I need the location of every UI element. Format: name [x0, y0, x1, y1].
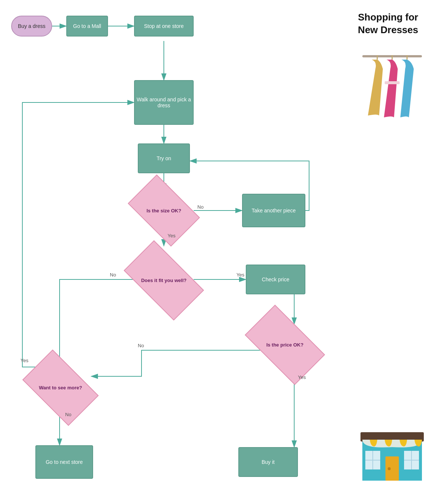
want-more-node: Want to see more?: [22, 349, 99, 426]
size-ok-node: Is the size OK?: [128, 174, 200, 247]
flowchart: Buy a dress Go to a Mall Stop at one sto…: [0, 0, 448, 503]
try-on-node: Try on: [138, 143, 190, 173]
page-title: Shopping for New Dresses: [358, 11, 418, 37]
label-more-yes: Yes: [20, 358, 28, 363]
store-illustration: [359, 414, 426, 481]
svg-rect-25: [385, 456, 399, 481]
label-size-yes: Yes: [168, 233, 175, 238]
label-price-yes: Yes: [298, 374, 306, 380]
svg-point-26: [388, 467, 391, 470]
go-next-store-node: Go to next store: [35, 445, 93, 479]
go-mall-node: Go to a Mall: [66, 16, 108, 37]
label-more-no: No: [65, 412, 72, 417]
walk-around-node: Walk around and pick a dress: [134, 80, 194, 125]
label-fit-no: No: [110, 272, 116, 278]
does-fit-node: Does it fit you well?: [124, 240, 204, 321]
stop-store-node: Stop at one store: [134, 16, 194, 37]
buy-it-node: Buy it: [238, 447, 298, 477]
buy-dress-node: Buy a dress: [11, 16, 52, 37]
svg-rect-16: [385, 81, 400, 84]
price-ok-node: Is the price OK?: [245, 305, 325, 385]
label-price-no: No: [138, 343, 144, 348]
label-size-no: No: [197, 204, 204, 210]
check-price-node: Check price: [246, 265, 305, 294]
dress-illustration: [359, 48, 426, 123]
take-another-node: Take another piece: [242, 194, 305, 227]
label-fit-yes: Yes: [236, 272, 244, 278]
